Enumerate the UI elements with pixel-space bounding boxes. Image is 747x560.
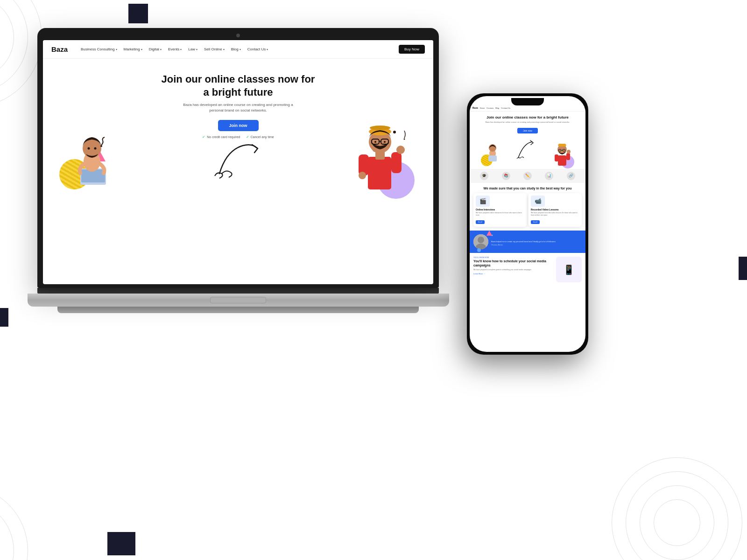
chevron-down-icon: ▾: [180, 48, 182, 51]
laptop-screen-outer: Baza Business Consulting ▾ Marketing ▾ D…: [37, 28, 439, 288]
card-icon-video: 🎬: [476, 196, 490, 207]
nav-blog[interactable]: Blog ▾: [231, 47, 241, 51]
chevron-down-icon: ▾: [196, 48, 197, 51]
person-waving-svg: [354, 110, 410, 199]
phone-site-logo: Baza: [472, 106, 478, 109]
nav-digital[interactable]: Digital ▾: [149, 47, 162, 51]
phone-schedule-text: We have prepared a complete guide to sch…: [473, 269, 552, 271]
deco-square-2: [0, 308, 8, 327]
laptop-body: Baza Business Consulting ▾ Marketing ▾ D…: [37, 28, 439, 313]
website-navbar: Baza Business Consulting ▾ Marketing ▾ D…: [43, 40, 433, 59]
phone-nav-courses[interactable]: Courses: [486, 107, 493, 109]
phone-hero-subtitle: Baza has developed an online course on c…: [473, 121, 582, 123]
phone-hero-section: Join our online classes now for a bright…: [470, 112, 585, 136]
nav-contact-us[interactable]: Contact Us ▾: [247, 47, 268, 51]
nav-marketing[interactable]: Marketing ▾: [124, 47, 142, 51]
svg-point-20: [374, 141, 376, 143]
hero-title: Join our online classes now for a bright…: [159, 73, 317, 98]
deco-square-4: [739, 257, 747, 280]
svg-point-5: [94, 147, 97, 150]
chevron-down-icon: ▾: [267, 48, 268, 51]
chevron-down-icon: ▾: [160, 48, 162, 51]
nav-events[interactable]: Events ▾: [168, 47, 182, 51]
phone-testimonial-section: " Baza helped me to create my personal b…: [470, 231, 585, 253]
feature-icon-2: 📚: [502, 172, 510, 180]
chevron-down-icon: ▾: [116, 48, 117, 51]
phone-join-button[interactable]: Join now: [517, 128, 538, 133]
card-btn-1[interactable]: Enroll: [476, 220, 485, 224]
laptop-hinge: [37, 288, 439, 294]
nav-sell-online[interactable]: Sell Online ▾: [204, 47, 225, 51]
nav-business-consulting[interactable]: Business Consulting ▾: [81, 47, 117, 51]
phone-person2-svg: [553, 140, 572, 168]
phone-study-cards: 🎬 Online Intensives We have prepared onl…: [473, 193, 582, 227]
phone-learn-more-link[interactable]: Learn More →: [473, 273, 552, 275]
card-title-1: Online Intensives: [476, 208, 524, 211]
quote-icon: ": [491, 234, 556, 239]
svg-point-6: [100, 145, 102, 147]
svg-point-16: [370, 126, 390, 130]
hero-section: Join our online classes now for a bright…: [43, 59, 433, 199]
phone-testimonial-content: " Baza helped me to create my personal b…: [491, 234, 556, 246]
phone-char-left: [481, 138, 500, 166]
svg-rect-27: [555, 154, 558, 161]
laptop-camera: [236, 34, 240, 37]
card-btn-2[interactable]: Enroll: [531, 220, 540, 224]
svg-rect-28: [566, 153, 570, 160]
svg-rect-25: [488, 155, 497, 161]
feature-icon-5: 🔗: [567, 172, 575, 180]
phone-study-section: We made sure that you can study in the b…: [470, 183, 585, 231]
svg-point-11: [359, 172, 366, 179]
svg-rect-26: [558, 155, 566, 166]
phone-nav-contact[interactable]: Contact Us: [501, 107, 510, 109]
deco-square-1: [128, 4, 148, 23]
squiggle-arrow: [210, 136, 266, 185]
phone-nav-blog[interactable]: Blog: [495, 107, 499, 109]
deco-pink-tri-phone: [486, 231, 492, 236]
svg-point-29: [567, 150, 571, 154]
phone-avatar: [473, 234, 488, 249]
phone-schedule-illustration: 📱: [556, 257, 582, 282]
nav-items-list: Business Consulting ▾ Marketing ▾ Digita…: [81, 47, 389, 51]
phone-person-svg: [485, 140, 501, 166]
phone-char-right: [553, 138, 574, 168]
character-left-illustration: [57, 115, 118, 199]
deco-square-3: [107, 532, 135, 555]
svg-point-4: [88, 147, 90, 150]
phone-body: Baza Home Courses Blog Contact Us Join o…: [467, 93, 588, 355]
laptop-trackpad: [210, 297, 266, 303]
feature-icon-1: 🎓: [480, 172, 488, 180]
laptop-base-wrapper: [37, 288, 439, 313]
phone-squiggle: [514, 138, 538, 161]
phone-device: Baza Home Courses Blog Contact Us Join o…: [467, 93, 588, 355]
phone-quote-text: Baza helped me to create my personal bra…: [491, 240, 556, 243]
site-logo: Baza: [51, 45, 68, 53]
phone-hero-title: Join our online classes now for a bright…: [473, 115, 582, 120]
nav-law[interactable]: Law ▾: [188, 47, 197, 51]
laptop-screen: Baza Business Consulting ▾ Marketing ▾ D…: [43, 40, 433, 284]
character-right-illustration: [354, 105, 415, 199]
laptop-device: Baza Business Consulting ▾ Marketing ▾ D…: [37, 28, 439, 313]
svg-point-21: [384, 141, 386, 143]
phone-schedule-text-area: YOU'LL KNOW HOW You'll know how to sched…: [473, 257, 552, 275]
arrow-squiggle-svg: [210, 136, 266, 183]
chevron-down-icon: ▾: [141, 48, 142, 51]
card-title-2: Recorded Video Lessons: [531, 208, 579, 211]
phone-study-title: We made sure that you can study in the b…: [473, 187, 582, 190]
avatar-person-svg: [473, 234, 488, 249]
card-text-1: We have prepared online intensives for t…: [476, 212, 524, 216]
phone-card-recorded: 📹 Recorded Video Lessons We have prepare…: [529, 193, 582, 227]
phone-nav-items: Home Courses Blog Contact Us: [480, 107, 583, 109]
phone-schedule-label: YOU'LL KNOW HOW: [473, 257, 552, 259]
phone-avatar-wrapper: [473, 234, 488, 249]
card-icon-recorded: 📹: [531, 196, 545, 207]
buy-now-button[interactable]: Buy Now: [399, 45, 425, 54]
phone-navbar: Baza Home Courses Blog Contact Us: [470, 105, 585, 112]
deco-blue-dot: [477, 248, 481, 252]
phone-arrow-svg: [514, 138, 538, 161]
hero-illustrations: [43, 105, 433, 199]
svg-point-37: [478, 237, 484, 243]
phone-schedule-section: YOU'LL KNOW HOW You'll know how to sched…: [470, 253, 585, 286]
card-text-2: We have prepared recorded video lessons …: [531, 212, 579, 216]
phone-nav-home[interactable]: Home: [480, 107, 485, 109]
